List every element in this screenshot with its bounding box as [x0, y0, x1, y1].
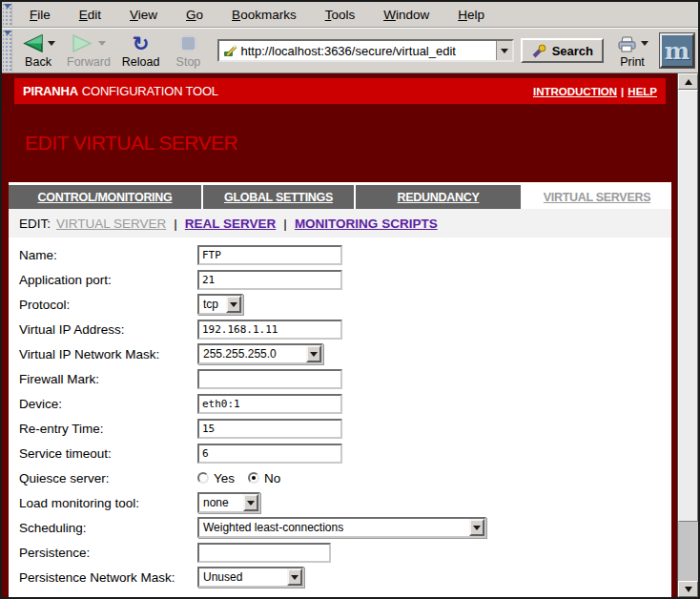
arrow-down-icon — [685, 587, 692, 592]
menu-file[interactable]: File — [15, 4, 65, 26]
browser-viewport: PIRANHACONFIGURATION TOOL INTRODUCTION|H… — [2, 73, 698, 597]
reload-button[interactable]: ↻ Reload — [117, 31, 165, 71]
title-bar: PIRANHACONFIGURATION TOOL INTRODUCTION|H… — [14, 78, 666, 104]
url-text[interactable]: http://localhost:3636/secure/virtual_edi… — [240, 44, 495, 58]
quiesce-server-option-label: Yes — [214, 471, 235, 485]
tab-global-settings[interactable]: GLOBAL SETTINGS — [203, 185, 354, 209]
scheduling-select-arrow-button[interactable] — [469, 519, 484, 536]
scroll-down-button[interactable] — [678, 581, 698, 597]
menu-go[interactable]: Go — [172, 4, 217, 26]
scrollbar-track[interactable] — [678, 90, 698, 581]
back-dropdown-caret-icon[interactable] — [48, 41, 55, 46]
forward-dropdown-caret-icon — [98, 41, 106, 46]
persistence-input[interactable] — [197, 543, 331, 563]
quiesce-server-label: Quiesce server: — [9, 471, 197, 485]
stop-button[interactable]: Stop — [166, 31, 210, 71]
form-row-service-timeout: Service timeout: — [9, 441, 671, 465]
load-monitoring-tool-select-arrow-button[interactable] — [243, 494, 258, 511]
menu-tools[interactable]: Tools — [311, 4, 370, 26]
stop-icon — [180, 35, 196, 52]
persistence-network-mask-select-arrow-button[interactable] — [287, 568, 302, 586]
service-timeout-control — [197, 444, 342, 464]
firewall-mark-control — [197, 369, 342, 389]
form-row-device: Device: — [9, 391, 671, 416]
quiesce-server-option-yes[interactable]: Yes — [197, 471, 235, 485]
protocol-select-arrow-button[interactable] — [226, 296, 241, 313]
subnav-virtual-server[interactable]: VIRTUAL SERVER — [56, 217, 166, 231]
header-links: INTRODUCTION|HELP — [533, 86, 657, 97]
application-port-input[interactable] — [197, 270, 342, 290]
introduction-link[interactable]: INTRODUCTION — [533, 86, 617, 97]
virtual-ip-network-mask-select[interactable]: 255.255.255.0 — [197, 343, 323, 364]
form-row-protocol: Protocol:tcp — [9, 292, 671, 317]
tab-control-monitoring[interactable]: CONTROL/MONITORING — [9, 185, 201, 209]
back-button[interactable]: Back — [16, 31, 60, 71]
browser-window: File Edit View Go Bookmarks Tools Window… — [0, 0, 700, 599]
forward-arrow-icon — [72, 34, 94, 52]
back-arrow-icon — [21, 34, 44, 52]
protocol-select[interactable]: tcp — [197, 294, 243, 315]
form-row-virtual-ip-network-mask: Virtual IP Network Mask:255.255.255.0 — [9, 341, 671, 366]
virtual-ip-address-label: Virtual IP Address: — [9, 322, 197, 337]
printer-icon — [616, 35, 637, 52]
url-dropdown-button[interactable] — [496, 41, 512, 60]
menu-window[interactable]: Window — [369, 4, 443, 26]
application-port-label: Application port: — [9, 273, 197, 287]
load-monitoring-tool-select[interactable]: none — [197, 492, 260, 513]
form-row-quiesce-server: Quiesce server:YesNo — [9, 465, 671, 490]
print-button[interactable]: Print — [610, 31, 654, 71]
subnav-real-server[interactable]: REAL SERVER — [185, 217, 277, 231]
subnav-separator: | — [174, 217, 177, 231]
tab-bar: CONTROL/MONITORING GLOBAL SETTINGS REDUN… — [9, 185, 671, 209]
back-label: Back — [25, 55, 51, 69]
help-link[interactable]: HELP — [628, 86, 657, 97]
menubar-grippy-handle[interactable] — [3, 3, 12, 26]
caret-down-icon — [473, 526, 481, 530]
url-bar[interactable]: http://localhost:3636/secure/virtual_edi… — [217, 39, 513, 62]
form-row-firewall-mark: Firewall Mark: — [9, 366, 671, 391]
vertical-scrollbar[interactable] — [677, 73, 698, 597]
quiesce-server-option-label: No — [264, 471, 280, 485]
bookmark-page-icon — [222, 43, 237, 58]
radio-button-icon[interactable] — [248, 472, 259, 484]
scroll-up-button[interactable] — [678, 73, 698, 90]
virtual-ip-address-input[interactable] — [197, 320, 342, 340]
name-input[interactable] — [197, 245, 342, 265]
forward-button[interactable]: Forward — [62, 31, 115, 71]
caret-down-icon — [230, 302, 237, 307]
tab-virtual-servers[interactable]: VIRTUAL SERVERS — [523, 185, 671, 209]
page-title: EDIT VIRTUAL SERVER — [25, 132, 666, 155]
header-link-separator: | — [621, 86, 624, 97]
subnav-monitoring-scripts[interactable]: MONITORING SCRIPTS — [295, 217, 438, 231]
menu-view[interactable]: View — [115, 4, 172, 26]
firewall-mark-input[interactable] — [197, 369, 342, 389]
re-entry-time-label: Re-entry Time: — [9, 422, 197, 436]
persistence-network-mask-select[interactable]: Unused — [197, 567, 304, 588]
virtual-ip-network-mask-select-arrow-button[interactable] — [306, 345, 321, 362]
mozilla-logo-button[interactable]: m — [660, 33, 694, 68]
re-entry-time-input[interactable] — [197, 419, 342, 439]
tab-redundancy[interactable]: REDUNDANCY — [356, 185, 521, 209]
service-timeout-input[interactable] — [197, 444, 342, 464]
toolbar-grippy-handle[interactable] — [3, 30, 12, 72]
menu-edit[interactable]: Edit — [65, 4, 115, 26]
persistence-network-mask-selected-value: Unused — [199, 570, 242, 584]
quiesce-server-option-no[interactable]: No — [248, 471, 280, 485]
form-row-scheduling: Scheduling:Weighted least-connections — [9, 515, 671, 540]
menu-help[interactable]: Help — [443, 4, 499, 26]
form-row-persistence: Persistence: — [9, 540, 671, 565]
app-brand: PIRANHACONFIGURATION TOOL — [23, 84, 218, 98]
print-dropdown-caret-icon[interactable] — [641, 41, 649, 46]
persistence-label: Persistence: — [9, 546, 197, 560]
menu-bookmarks[interactable]: Bookmarks — [217, 4, 311, 26]
scrollbar-thumb[interactable] — [678, 90, 698, 522]
radio-button-icon[interactable] — [197, 472, 209, 484]
search-button[interactable]: Search — [521, 38, 604, 63]
forward-label: Forward — [67, 55, 111, 69]
scheduling-select[interactable]: Weighted least-connections — [197, 517, 486, 538]
persistence-control — [197, 543, 331, 563]
protocol-control: tcp — [197, 294, 243, 315]
device-input[interactable] — [197, 394, 342, 414]
caret-down-icon — [310, 352, 318, 357]
search-label: Search — [552, 44, 593, 58]
